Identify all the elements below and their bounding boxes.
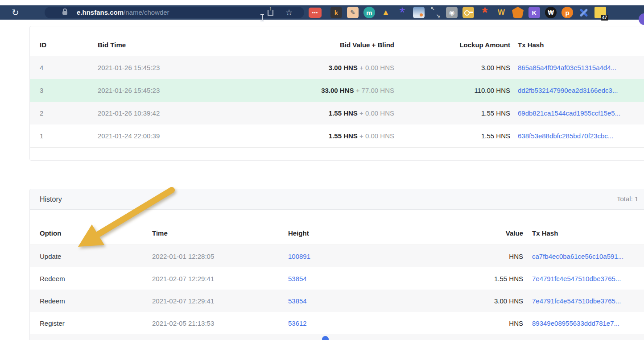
notes-extension-icon[interactable]: 47 — [594, 7, 606, 18]
w-extension-icon[interactable]: W — [495, 7, 507, 18]
lockup-amount: 110.00 HNS — [394, 87, 510, 94]
lockup-amount: 3.00 HNS — [394, 64, 510, 71]
browser-toolbar: ↻ e.hnsfans.com/name/chowder ☆ ••• k ✎ m… — [0, 5, 644, 20]
height-cell: 100891 — [288, 253, 422, 260]
tx-hash-link[interactable]: 865a85a4f094af03e51315a4d4... — [518, 64, 616, 71]
height-cell: 53854 — [288, 297, 422, 305]
height-link[interactable]: 53612 — [288, 319, 307, 327]
bids-row-winning: 3 2021-01-26 15:45:23 33.00 HNS + 77.00 … — [30, 79, 644, 102]
col-time: Time — [152, 229, 288, 237]
tx-hash-link[interactable]: dd2fb532147990ea2d3166edc3... — [518, 87, 618, 94]
pen-extension-icon[interactable]: ✎ — [347, 7, 359, 18]
col-value: Value — [422, 229, 523, 237]
history-value: 1.55 HNS — [422, 275, 523, 282]
history-value: 3.00 HNS — [422, 297, 523, 305]
history-row: Update 2022-01-01 12:28:05 100891 HNS ca… — [30, 245, 644, 267]
tx-hash-link[interactable]: 7e4791fc4e547510dbe3765... — [532, 297, 621, 305]
col-height: Height — [288, 229, 422, 237]
bid-id: 1 — [40, 132, 98, 140]
text-cursor-icon — [262, 14, 263, 21]
metamask-extension-icon[interactable] — [512, 7, 524, 18]
reload-icon[interactable]: ↻ — [12, 7, 19, 18]
bids-table-header: ID Bid Time Bid Value + Blind Lockup Amo… — [30, 34, 644, 56]
url-path: /name/chowder — [124, 8, 169, 16]
bid-id: 2 — [40, 109, 98, 117]
k-purple-extension-icon[interactable]: K — [528, 7, 540, 18]
bid-id: 3 — [40, 87, 98, 94]
extension-badge: 47 — [601, 15, 608, 21]
table-bottom-divider — [30, 147, 644, 148]
history-option: Register — [40, 319, 152, 327]
tx-hash-link[interactable]: ca7fb4ec0ba61ce56c10a591... — [532, 253, 623, 260]
tx-hash-cell: 7e4791fc4e547510dbe3765... — [523, 297, 644, 305]
history-time: 2021-02-07 12:29:41 — [152, 275, 288, 282]
history-total-label: Total: 1 — [617, 195, 638, 203]
height-link[interactable]: 53854 — [288, 297, 307, 305]
m-extension-icon[interactable]: m — [363, 7, 375, 18]
history-option: Redeem — [40, 275, 152, 282]
bid-time: 2021-01-26 15:45:23 — [98, 87, 245, 94]
more-extensions-icon[interactable]: ••• — [309, 8, 322, 18]
bookmark-star-icon[interactable]: ☆ — [285, 8, 293, 17]
history-row-partial — [30, 334, 644, 340]
partial-extension-icon[interactable] — [639, 13, 644, 25]
loading-dot — [322, 336, 329, 340]
bid-value-blind: 1.55 HNS + 0.00 HNS — [245, 109, 394, 117]
col-id: ID — [40, 41, 98, 49]
tx-hash-cell: ca7fb4ec0ba61ce56c10a591... — [523, 253, 644, 260]
tx-hash-cell: 69db821ca1544cad1955ccf15e5... — [510, 109, 644, 117]
bid-time: 2021-01-24 22:00:39 — [98, 132, 245, 140]
tx-hash-cell: 7e4791fc4e547510dbe3765... — [523, 275, 644, 282]
history-row: Redeem 2021-02-07 12:29:41 53854 1.55 HN… — [30, 267, 644, 290]
extensions-row: k ✎ m ▲ * ◉ * W K ₩ p 47 — [330, 7, 606, 18]
url-text[interactable]: e.hnsfans.com/name/chowder — [77, 8, 169, 16]
height-link[interactable]: 100891 — [288, 253, 310, 260]
bids-card: ID Bid Time Bid Value + Blind Lockup Amo… — [29, 26, 644, 161]
lockup-amount: 1.55 HNS — [394, 109, 510, 117]
p-orange-extension-icon[interactable]: p — [561, 7, 573, 18]
tx-hash-link[interactable]: 7e4791fc4e547510dbe3765... — [532, 275, 621, 282]
history-value: HNS — [422, 319, 523, 327]
history-row: Redeem 2021-02-07 12:29:41 53854 3.00 HN… — [30, 290, 644, 312]
history-table-header: Option Time Height Value Tx Hash — [30, 221, 644, 245]
height-link[interactable]: 53854 — [288, 275, 307, 282]
kagi-extension-icon[interactable]: k — [330, 7, 342, 18]
bid-blind: + 0.00 HNS — [359, 132, 394, 140]
photo-fist-extension-icon[interactable] — [413, 7, 425, 18]
history-value: HNS — [422, 253, 523, 260]
tx-hash-link[interactable]: 69db821ca1544cad1955ccf15e5... — [518, 109, 620, 117]
history-card-header: History — [30, 189, 644, 210]
zapier-extension-icon[interactable]: * — [479, 7, 491, 18]
col-tx-hash: Tx Hash — [510, 41, 644, 49]
bid-value-blind: 1.55 HNS + 0.00 HNS — [245, 132, 394, 140]
bid-value-blind: 3.00 HNS + 0.00 HNS — [245, 64, 394, 71]
asterisk-purple-extension-icon[interactable]: * — [396, 7, 408, 18]
tools-extension-icon[interactable] — [578, 7, 590, 18]
bids-row: 2 2021-01-26 10:39:42 1.55 HNS + 0.00 HN… — [30, 102, 644, 124]
handshake-extension-icon[interactable]: ₩ — [545, 7, 557, 18]
bids-row: 1 2021-01-24 22:00:39 1.55 HNS + 0.00 HN… — [30, 124, 644, 147]
address-bar[interactable]: e.hnsfans.com/name/chowder ☆ — [45, 7, 304, 18]
url-domain: e.hnsfans.com — [77, 8, 124, 16]
key-extension-icon[interactable] — [462, 7, 474, 18]
tx-hash-link[interactable]: 89349e08955633ddd781e7... — [532, 319, 619, 327]
drive-extension-icon[interactable]: ▲ — [380, 7, 392, 18]
col-tx-hash: Tx Hash — [523, 229, 644, 237]
bid-blind: + 77.00 HNS — [356, 87, 394, 94]
expand-extension-icon[interactable] — [429, 7, 441, 18]
share-icon[interactable] — [268, 10, 273, 16]
bid-value: 1.55 HNS — [329, 132, 358, 140]
bid-blind: + 0.00 HNS — [359, 109, 394, 117]
history-time: 2021-02-07 12:29:41 — [152, 297, 288, 305]
history-option: Redeem — [40, 297, 152, 305]
tx-hash-cell: 89349e08955633ddd781e7... — [523, 319, 644, 327]
bid-blind: + 0.00 HNS — [359, 64, 394, 71]
tx-hash-link[interactable]: 638f53e88dbfc285bd70f23cbc... — [518, 132, 613, 140]
tx-hash-cell: dd2fb532147990ea2d3166edc3... — [510, 87, 644, 94]
height-cell: 53854 — [288, 275, 422, 282]
bid-id: 4 — [40, 64, 98, 71]
camera-extension-icon[interactable]: ◉ — [446, 7, 458, 18]
bids-row: 4 2021-01-26 15:45:23 3.00 HNS + 0.00 HN… — [30, 56, 644, 79]
col-bid-time: Bid Time — [98, 41, 245, 49]
history-time: 2021-02-05 21:13:53 — [152, 319, 288, 327]
